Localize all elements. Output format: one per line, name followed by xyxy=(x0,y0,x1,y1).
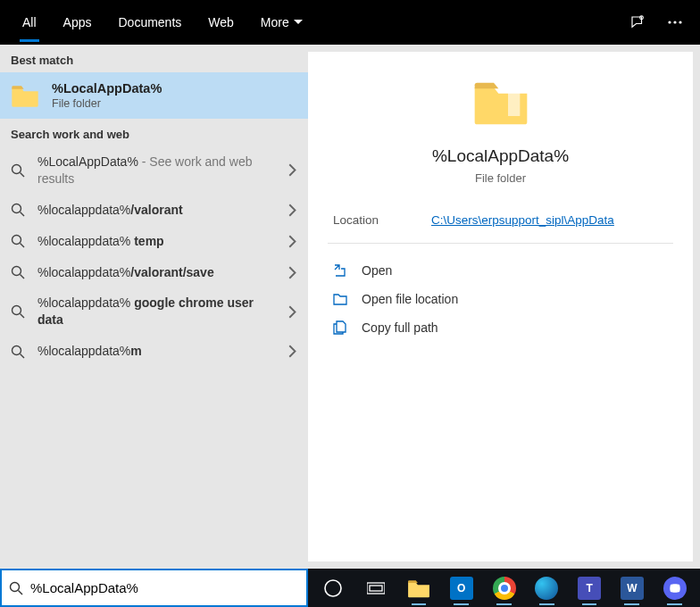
results-panel: Best match %LocalAppData% File folder Se… xyxy=(0,45,308,569)
tab-documents[interactable]: Documents xyxy=(104,3,195,42)
tab-apps[interactable]: Apps xyxy=(50,3,105,42)
taskview-icon xyxy=(367,581,385,595)
location-label: Location xyxy=(333,213,431,227)
taskbar-discord[interactable] xyxy=(654,570,695,606)
suggestion-text: %localappdata%m xyxy=(38,343,276,360)
svg-line-7 xyxy=(21,212,25,217)
svg-point-17 xyxy=(11,582,20,591)
search-input[interactable] xyxy=(30,580,299,595)
svg-line-18 xyxy=(19,590,23,595)
svg-line-5 xyxy=(21,172,25,177)
search-icon xyxy=(11,203,25,217)
taskbar-taskview[interactable] xyxy=(356,570,396,606)
svg-line-11 xyxy=(21,275,25,279)
suggestion-text: %localappdata%/valorant/save xyxy=(38,264,276,281)
location-link[interactable]: C:\Users\erpsupport_sipl\AppData xyxy=(431,213,614,227)
svg-point-4 xyxy=(12,164,21,173)
folder-icon-large xyxy=(472,77,529,127)
teams-icon: T xyxy=(578,577,601,600)
svg-point-8 xyxy=(12,236,21,245)
svg-point-14 xyxy=(12,345,21,354)
svg-point-10 xyxy=(12,267,21,276)
svg-point-2 xyxy=(673,21,676,23)
search-icon xyxy=(11,265,25,279)
taskbar-word[interactable]: W xyxy=(612,570,652,606)
best-match-header: Best match xyxy=(0,45,308,72)
best-match-item[interactable]: %LocalAppData% File folder xyxy=(0,72,308,119)
feedback-icon[interactable] xyxy=(629,14,646,30)
preview-title: %LocalAppData% xyxy=(308,146,693,166)
outlook-icon: O xyxy=(450,577,473,600)
more-icon[interactable] xyxy=(668,21,682,24)
search-suggestion[interactable]: %localappdata%/valorant xyxy=(0,195,308,226)
word-icon: W xyxy=(621,577,644,600)
chevron-right-icon[interactable] xyxy=(288,163,297,177)
chevron-right-icon[interactable] xyxy=(288,204,297,217)
search-icon xyxy=(11,234,25,248)
action-open[interactable]: Open xyxy=(328,256,673,285)
tab-web[interactable]: Web xyxy=(195,3,247,42)
chevron-right-icon[interactable] xyxy=(288,235,297,248)
svg-point-6 xyxy=(12,204,21,213)
search-suggestion[interactable]: %localappdata% temp xyxy=(0,226,308,257)
explorer-icon xyxy=(407,577,430,600)
svg-rect-21 xyxy=(370,586,382,591)
chevron-right-icon[interactable] xyxy=(288,266,297,279)
search-web-header: Search work and web xyxy=(0,119,308,146)
search-suggestion[interactable]: %localappdata% google chrome user data xyxy=(0,287,308,336)
suggestion-text: %localappdata%/valorant xyxy=(38,202,276,219)
preview-panel: %LocalAppData% File folder Location C:\U… xyxy=(308,52,693,561)
taskbar-teams[interactable]: T xyxy=(570,570,610,606)
tab-more[interactable]: More xyxy=(247,3,316,42)
tab-all[interactable]: All xyxy=(9,3,50,42)
best-match-title: %LocalAppData% xyxy=(52,81,162,96)
chevron-down-icon xyxy=(294,20,303,25)
action-open-location[interactable]: Open file location xyxy=(328,285,673,313)
chrome-icon xyxy=(493,577,516,600)
taskbar-chrome[interactable] xyxy=(484,570,524,606)
search-icon xyxy=(9,581,23,595)
svg-point-12 xyxy=(12,306,21,315)
chevron-right-icon[interactable] xyxy=(288,305,297,319)
chevron-right-icon[interactable] xyxy=(288,345,297,358)
action-copy-path-label: Copy full path xyxy=(362,320,438,335)
folder-icon xyxy=(11,83,39,108)
svg-line-13 xyxy=(21,314,25,319)
search-icon xyxy=(11,304,25,319)
edge-icon xyxy=(535,577,558,600)
taskbar-explorer[interactable] xyxy=(399,570,439,606)
cortana-icon xyxy=(323,578,343,598)
folder-open-icon xyxy=(333,292,347,306)
taskbar: OTW xyxy=(308,569,700,607)
action-open-label: Open xyxy=(362,263,392,278)
svg-point-3 xyxy=(679,21,681,23)
svg-line-9 xyxy=(21,244,25,248)
search-suggestion[interactable]: %LocalAppData% - See work and web result… xyxy=(0,146,308,195)
suggestion-text: %localappdata% google chrome user data xyxy=(38,295,276,328)
svg-line-15 xyxy=(21,353,25,358)
discord-icon xyxy=(663,577,687,600)
tab-more-label: More xyxy=(261,15,289,29)
search-suggestion[interactable]: %localappdata%m xyxy=(0,336,308,367)
copy-icon xyxy=(333,320,347,335)
search-box[interactable] xyxy=(0,569,308,607)
search-icon xyxy=(11,345,25,359)
suggestion-text: %LocalAppData% - See work and web result… xyxy=(38,154,276,187)
svg-point-1 xyxy=(668,21,671,23)
action-open-location-label: Open file location xyxy=(362,292,458,306)
preview-subtitle: File folder xyxy=(308,171,693,185)
open-icon xyxy=(333,263,347,278)
taskbar-edge[interactable] xyxy=(527,570,567,606)
action-copy-path[interactable]: Copy full path xyxy=(328,313,673,342)
suggestion-text: %localappdata% temp xyxy=(38,233,276,250)
search-icon xyxy=(11,163,25,178)
svg-point-19 xyxy=(325,580,341,596)
taskbar-cortana[interactable] xyxy=(313,570,354,606)
best-match-subtitle: File folder xyxy=(52,97,162,110)
taskbar-outlook[interactable]: O xyxy=(441,570,481,606)
search-tabs: All Apps Documents Web More xyxy=(0,0,700,45)
svg-rect-16 xyxy=(508,85,520,116)
search-suggestion[interactable]: %localappdata%/valorant/save xyxy=(0,257,308,288)
